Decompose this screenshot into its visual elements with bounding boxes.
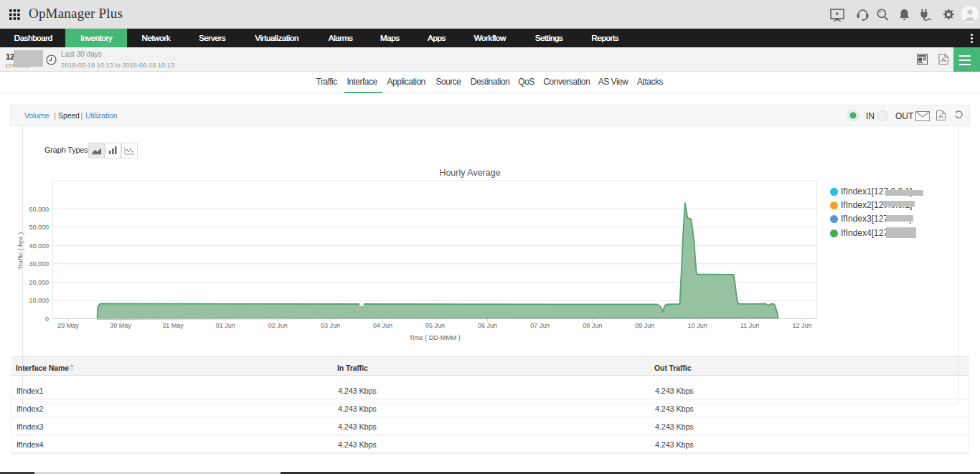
svg-text:30,000: 30,000 <box>29 260 49 267</box>
svg-text:Hourly Average: Hourly Average <box>439 168 500 178</box>
svg-text:40,000: 40,000 <box>29 242 49 250</box>
svg-text:Traffic ( bps ): Traffic ( bps ) <box>17 232 24 270</box>
svg-text:08 Jun: 08 Jun <box>583 322 602 329</box>
svg-text:06 Jun: 06 Jun <box>478 322 497 329</box>
svg-text:02 Jun: 02 Jun <box>268 322 288 329</box>
svg-text:03 Jun: 03 Jun <box>321 322 340 329</box>
svg-text:60,000: 60,000 <box>29 206 49 213</box>
svg-text:05 Jun: 05 Jun <box>425 322 445 329</box>
svg-text:10 Jun: 10 Jun <box>687 322 707 329</box>
svg-text:12 Jun: 12 Jun <box>792 322 811 329</box>
svg-text:0: 0 <box>45 316 49 323</box>
svg-text:50,000: 50,000 <box>29 224 49 231</box>
svg-text:Time ( DD-MMM ): Time ( DD-MMM ) <box>409 334 461 341</box>
svg-text:29 May: 29 May <box>57 322 79 329</box>
svg-text:01 Jun: 01 Jun <box>216 322 235 329</box>
svg-text:11 Jun: 11 Jun <box>740 322 759 329</box>
svg-text:20,000: 20,000 <box>29 279 49 286</box>
svg-text:04 Jun: 04 Jun <box>373 322 392 329</box>
svg-text:30 May: 30 May <box>110 322 131 329</box>
svg-text:09 Jun: 09 Jun <box>635 322 654 329</box>
svg-text:10,000: 10,000 <box>29 297 49 304</box>
svg-text:31 May: 31 May <box>162 322 184 329</box>
svg-text:07 Jun: 07 Jun <box>530 322 550 329</box>
